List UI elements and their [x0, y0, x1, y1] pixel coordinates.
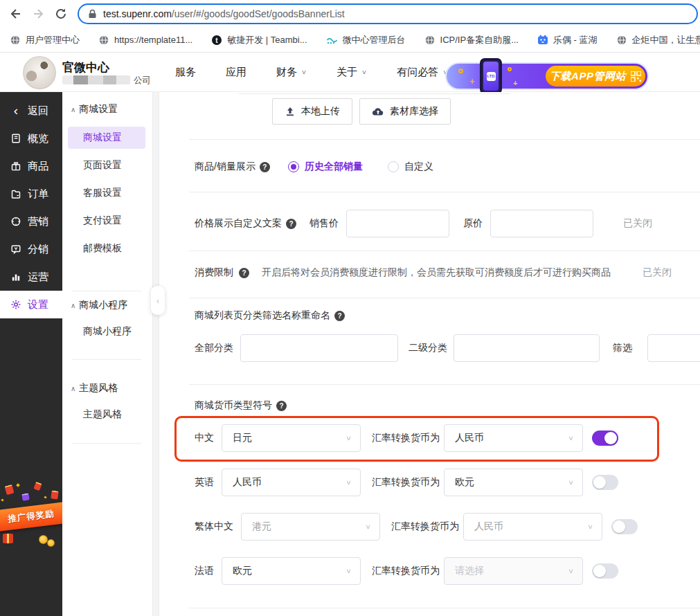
convert-currency-select[interactable]: 请选择∨: [444, 557, 583, 585]
decoration-plus: +: [513, 79, 517, 87]
nav-item-services[interactable]: 服务: [175, 66, 196, 79]
submenu-group-mini-program[interactable]: ∧ 商城小程序: [71, 299, 127, 311]
avatar[interactable]: [23, 56, 56, 89]
bookmark-item[interactable]: ICP/IP备案自助服...: [424, 34, 519, 46]
radio-custom[interactable]: [388, 161, 399, 172]
submenu-item-mini-program[interactable]: 商城小程序: [68, 320, 145, 343]
currency-toggle[interactable]: [611, 519, 638, 534]
decoration-plus: +: [469, 76, 475, 87]
globe-icon: [616, 35, 627, 46]
currency-select[interactable]: 欧元∨: [222, 557, 361, 585]
bookmark-item[interactable]: https://template11...: [98, 35, 192, 46]
cutoff-element-edge: [239, 93, 510, 94]
help-icon[interactable]: ?: [334, 311, 345, 321]
convert-currency-select[interactable]: 人民币∨: [463, 513, 602, 541]
help-icon[interactable]: ?: [260, 162, 270, 172]
chevron-down-icon: ∨: [568, 568, 574, 575]
convert-label: 汇率转换货币为: [391, 520, 459, 533]
chevron-down-icon: ∨: [365, 523, 371, 531]
convert-currency-select[interactable]: 欧元∨: [444, 469, 583, 496]
original-price-input[interactable]: [490, 210, 593, 237]
download-app-button[interactable]: + + LTD 下载APP管网站: [447, 64, 647, 89]
marketing-icon: [10, 216, 21, 227]
sidebar-item-back[interactable]: ‹ 返回: [0, 97, 62, 125]
sidebar-item-distribution[interactable]: 分销: [0, 235, 62, 263]
divider: [189, 251, 700, 251]
all-category-input[interactable]: [240, 334, 398, 362]
submenu-item-mall-settings[interactable]: 商城设置: [68, 127, 145, 149]
download-pill: 下载APP管网站: [546, 66, 645, 87]
toggle-knob: [593, 476, 606, 489]
orders-icon: [10, 188, 21, 199]
price-custom-label: 价格展示自定义文案: [195, 217, 282, 230]
sidebar-item-marketing[interactable]: 营销: [0, 208, 62, 235]
promo-banner[interactable]: 推广得奖励: [0, 481, 65, 554]
sidebar-item-overview[interactable]: 概览: [0, 125, 62, 152]
currency-toggle[interactable]: [592, 475, 618, 490]
company-suffix: 公司: [134, 75, 151, 87]
submenu-item-theme[interactable]: 主题风格: [68, 404, 145, 426]
browser-forward-icon[interactable]: [32, 7, 46, 21]
sale-price-input[interactable]: [346, 210, 449, 237]
bookmark-item[interactable]: 企炬中国，让生意...: [616, 34, 700, 46]
radio-history-sales-label[interactable]: 历史全部销量: [305, 161, 363, 173]
divider: [189, 608, 700, 608]
original-price-label: 原价: [463, 217, 483, 230]
filter-input[interactable]: [647, 334, 700, 362]
submenu-item-page-settings[interactable]: 页面设置: [68, 154, 145, 176]
currency-title: 商城货币类型符号: [195, 399, 272, 412]
convert-currency-select[interactable]: 人民币∨: [444, 424, 583, 452]
sidebar-item-orders[interactable]: 订单: [0, 180, 62, 208]
currency-toggle[interactable]: [592, 431, 618, 446]
goods-icon: [10, 161, 21, 172]
submenu-item-service-settings[interactable]: 客服设置: [68, 182, 145, 204]
globe-icon: [424, 35, 436, 46]
nav-item-finance[interactable]: 财务∨: [276, 66, 307, 79]
lang-label: 英语: [195, 476, 214, 489]
chevron-down-icon: ∨: [587, 523, 593, 531]
nav-item-about[interactable]: 关于∨: [336, 66, 367, 79]
sidebar-collapse-handle[interactable]: ‹: [151, 286, 165, 315]
browser-reload-icon[interactable]: [54, 7, 68, 21]
radio-history-sales[interactable]: [288, 161, 299, 172]
currency-select[interactable]: 日元∨: [222, 424, 361, 452]
submenu-group-theme[interactable]: ∧ 主题风格: [71, 382, 118, 395]
browser-back-icon[interactable]: [8, 7, 22, 21]
distribution-icon: [10, 244, 21, 255]
coin-decoration: [47, 539, 55, 547]
bookmark-item[interactable]: 用户管理中心: [10, 34, 80, 46]
sidebar-item-goods[interactable]: 商品: [0, 152, 62, 180]
lang-label: 繁体中文: [195, 520, 233, 533]
submenu-group-mall-settings[interactable]: ∧ 商城设置: [71, 103, 118, 116]
nav-item-qa[interactable]: 有问必答∨: [397, 66, 448, 79]
sidebar-item-operations[interactable]: 运营: [0, 263, 62, 291]
local-upload-button[interactable]: 本地上传: [272, 98, 352, 125]
help-icon[interactable]: ?: [286, 219, 296, 229]
submenu-item-payment-settings[interactable]: 支付设置: [68, 210, 145, 232]
currency-toggle[interactable]: [592, 563, 618, 579]
material-library-button[interactable]: 素材库选择: [359, 98, 451, 125]
bookmark-item[interactable]: 微中心管理后台: [326, 34, 406, 46]
divider: [72, 359, 141, 360]
submenu-item-postage-template[interactable]: 邮费模板: [68, 237, 145, 260]
nav-item-apps[interactable]: 应用: [226, 66, 246, 79]
category-rename-row: 全部分类 二级分类 筛选: [195, 334, 700, 362]
bookmark-item[interactable]: t 敏捷开发 | Teambi...: [211, 34, 307, 46]
sparkle-decoration: [16, 483, 20, 487]
chevron-down-icon: ∨: [301, 69, 307, 75]
convert-label: 汇率转换货币为: [372, 432, 440, 444]
sidebar-item-settings[interactable]: 设置: [0, 291, 62, 318]
currency-select[interactable]: 港元∨: [241, 513, 380, 541]
consume-limit-label: 消费限制: [195, 266, 233, 279]
address-bar[interactable]: test.supenr.com/user/#/goods/goodSet/goo…: [78, 3, 698, 24]
help-icon[interactable]: ?: [276, 401, 287, 411]
sales-display-label: 商品/销量展示: [195, 161, 255, 173]
help-icon[interactable]: ?: [239, 268, 249, 278]
second-category-input[interactable]: [454, 334, 600, 362]
bookmark-item[interactable]: 乐偶 - 蓝湖: [537, 34, 598, 46]
radio-custom-label[interactable]: 自定义: [404, 161, 433, 173]
red-packet-decoration: [33, 482, 42, 491]
currency-select[interactable]: 人民币∨: [222, 469, 361, 496]
wecenter-icon: [326, 35, 338, 45]
red-packet-decoration: [51, 490, 59, 499]
